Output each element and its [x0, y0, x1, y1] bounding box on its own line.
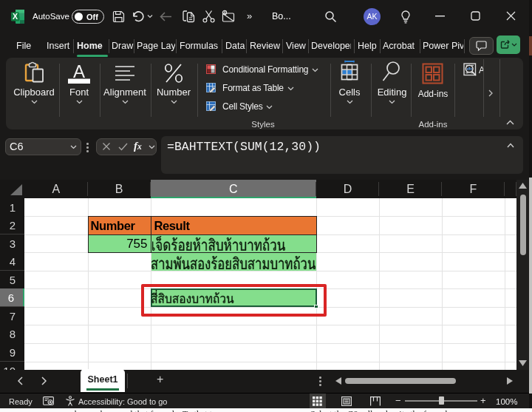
svg-text:A: A [73, 61, 85, 81]
svg-text:X: X [13, 12, 18, 21]
